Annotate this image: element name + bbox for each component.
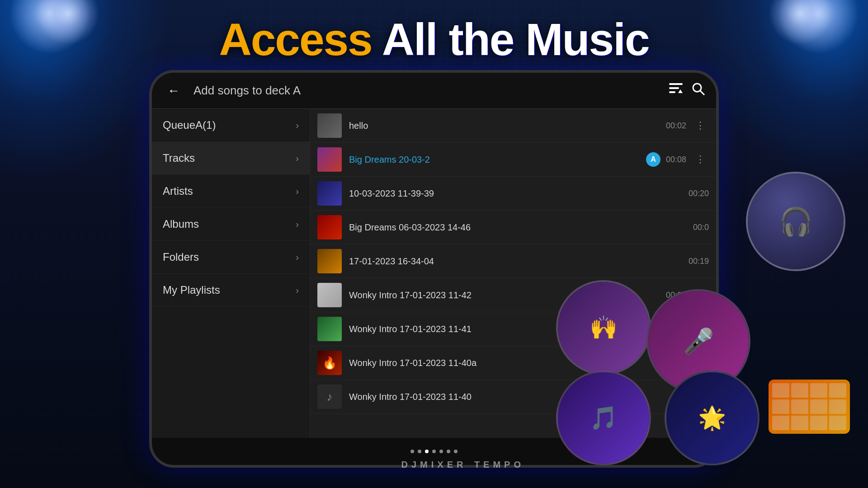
track-item[interactable]: 10-03-2023 11-39-39 00:20 <box>310 177 716 211</box>
deco-circle-stage: 🌟 <box>665 371 760 465</box>
deco-circle-crowd: 🙌 <box>556 280 651 375</box>
key-pad <box>829 383 846 398</box>
track-item[interactable]: Big Dreams 20-03-2 A 00:08 ⋮ <box>310 143 716 177</box>
sidebar-label-folders: Folders <box>163 251 199 263</box>
back-button[interactable]: ← <box>163 80 184 102</box>
track-more-button[interactable]: ⋮ <box>692 152 709 167</box>
deco-circle-dj: 🎧 <box>746 172 845 271</box>
track-name: Wonky Intro 17-01-2023 11-40 <box>349 392 703 402</box>
track-thumbnail: 🔥 <box>317 351 342 375</box>
header-title: Add songs to deck A <box>193 84 669 98</box>
track-info: 17-01-2023 16-34-04 <box>349 256 683 267</box>
track-name: Big Dreams 06-03-2023 14-46 <box>349 222 688 233</box>
track-info: 10-03-2023 11-39-39 <box>349 188 683 199</box>
track-more-button[interactable]: ⋮ <box>692 118 709 133</box>
chevron-albums: › <box>296 219 299 230</box>
key-pad <box>810 416 827 430</box>
sidebar-label-artists: Artists <box>163 185 193 197</box>
sidebar-item-folders[interactable]: Folders › <box>152 241 310 274</box>
search-icon[interactable] <box>692 82 705 99</box>
dot-3 <box>425 450 429 453</box>
track-thumbnail <box>317 215 342 239</box>
track-meta: A 00:08 ⋮ <box>646 152 709 167</box>
svg-rect-1 <box>669 87 679 89</box>
dot-6 <box>447 450 450 453</box>
dot-1 <box>410 450 414 453</box>
track-meta: 00:02 ⋮ <box>666 118 709 133</box>
track-meta: 00:19 <box>689 257 709 266</box>
track-duration: 00:19 <box>689 257 709 266</box>
key-pad <box>772 383 789 398</box>
track-item[interactable]: Big Dreams 06-03-2023 14-46 00:0 <box>310 211 716 244</box>
track-thumbnail <box>317 317 342 341</box>
sidebar-item-playlists[interactable]: My Playlists › <box>152 274 310 307</box>
track-duration: 00:0 <box>693 223 709 232</box>
sidebar-label-tracks: Tracks <box>163 152 195 164</box>
chevron-playlists: › <box>296 285 299 296</box>
track-thumbnail <box>317 249 342 273</box>
track-duration: 00:08 <box>666 155 686 164</box>
track-item[interactable]: hello 00:02 ⋮ <box>310 109 716 143</box>
dot-5 <box>439 450 443 453</box>
track-info: hello <box>349 121 660 131</box>
track-item[interactable]: ♪ Wonky Intro 17-01-2023 11-40 <box>310 380 716 414</box>
key-pad <box>810 383 827 398</box>
track-info: Big Dreams 06-03-2023 14-46 <box>349 222 688 233</box>
track-item[interactable]: Wonky Intro 17-01-2023 11-42 00:02 ⋮ <box>310 278 716 312</box>
chevron-artists: › <box>296 186 299 197</box>
deck-badge: A <box>646 152 660 167</box>
key-pad <box>810 399 827 414</box>
track-thumbnail <box>317 147 342 172</box>
sidebar-item-queue[interactable]: QueueA(1) › <box>152 109 310 142</box>
key-pad <box>829 416 846 430</box>
track-duration: 00:20 <box>689 189 709 198</box>
title-access: Access <box>219 14 372 65</box>
key-pad <box>791 416 808 430</box>
key-pad <box>791 399 808 414</box>
track-name: 17-01-2023 16-34-04 <box>349 256 683 267</box>
track-thumbnail: ♪ <box>317 385 342 409</box>
main-title: Access All the Music <box>219 14 649 66</box>
svg-line-5 <box>700 91 704 95</box>
track-name: hello <box>349 121 660 131</box>
title-rest: All the Music <box>382 14 649 65</box>
key-pad <box>772 399 789 414</box>
sidebar: QueueA(1) › Tracks › Artists › Albums › … <box>152 109 310 438</box>
chevron-folders: › <box>296 252 299 263</box>
track-meta: 00:20 <box>689 189 709 198</box>
track-duration: 00:02 <box>666 121 686 131</box>
chevron-queue: › <box>296 120 299 131</box>
sidebar-label-playlists: My Playlists <box>163 284 220 296</box>
svg-rect-2 <box>669 91 675 93</box>
track-list: hello 00:02 ⋮ Big Dreams 20-03-2 A <box>310 109 716 438</box>
sidebar-item-albums[interactable]: Albums › <box>152 208 310 241</box>
keyboard-decoration <box>769 380 850 434</box>
track-info: Big Dreams 20-03-2 <box>349 155 641 165</box>
app-label: DJMIXER <box>401 460 467 470</box>
sidebar-item-artists[interactable]: Artists › <box>152 175 310 208</box>
svg-marker-3 <box>678 89 683 93</box>
track-item[interactable]: 17-01-2023 16-34-04 00:19 <box>310 244 716 278</box>
svg-point-4 <box>693 84 701 92</box>
track-thumbnail <box>317 181 342 206</box>
header-icons <box>669 82 705 99</box>
track-meta: 00:0 <box>693 223 709 232</box>
sidebar-item-tracks[interactable]: Tracks › <box>152 142 310 175</box>
track-thumbnail <box>317 113 342 138</box>
sort-icon[interactable] <box>669 83 683 98</box>
tempo-label: TEMPO <box>474 460 524 470</box>
key-pad <box>772 416 789 430</box>
sidebar-label-queue: QueueA(1) <box>163 119 216 131</box>
deco-circle-dj3: 🎵 <box>556 371 651 465</box>
header-bar: ← Add songs to deck A <box>152 73 716 109</box>
sidebar-label-albums: Albums <box>163 218 199 230</box>
track-thumbnail <box>317 283 342 307</box>
key-pad <box>829 399 846 414</box>
dot-2 <box>418 450 421 453</box>
track-name: 10-03-2023 11-39-39 <box>349 188 683 199</box>
dot-4 <box>432 450 436 453</box>
key-pad <box>791 383 808 398</box>
track-info: Wonky Intro 17-01-2023 11-40 <box>349 392 703 402</box>
track-name: Big Dreams 20-03-2 <box>349 155 641 165</box>
svg-rect-0 <box>669 83 683 85</box>
